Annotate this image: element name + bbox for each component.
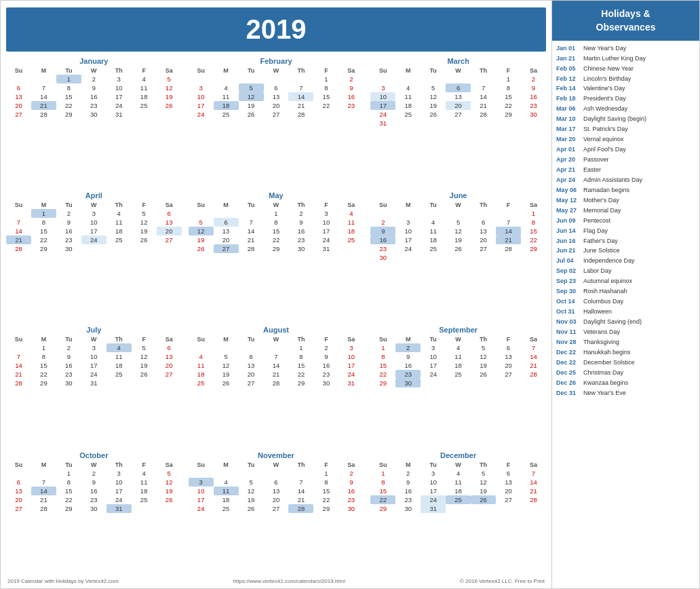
calendar-day: 4 bbox=[421, 218, 446, 227]
calendar-day bbox=[496, 504, 521, 513]
calendar-day: 26 bbox=[157, 101, 182, 110]
day-header: Su bbox=[370, 461, 395, 469]
holiday-item: Dec 26Kwanzaa begins bbox=[556, 378, 695, 388]
day-header: Tu bbox=[421, 335, 446, 343]
calendar-day: 14 bbox=[521, 352, 546, 361]
footer-bar: 2019 Calendar with Holidays by Vertex42.… bbox=[6, 575, 546, 586]
holiday-date: Jun 09 bbox=[556, 216, 581, 226]
holiday-name: Flag Day bbox=[583, 227, 608, 236]
day-header: Sa bbox=[521, 201, 546, 209]
holiday-name: Pentecost bbox=[583, 216, 610, 226]
day-header: Tu bbox=[56, 461, 81, 469]
day-header: Sa bbox=[157, 461, 182, 469]
calendar-day: 9 bbox=[56, 352, 81, 361]
holiday-name: Christmas Day bbox=[583, 368, 623, 378]
months-grid: JanuarySuMTuWThFSa1234567891011121314151… bbox=[6, 57, 546, 573]
calendar-day: 10 bbox=[106, 83, 132, 92]
month-name: December bbox=[370, 451, 546, 459]
calendar-day: 24 bbox=[106, 101, 132, 110]
calendar-day: 27 bbox=[496, 370, 521, 379]
holiday-date: Nov 28 bbox=[556, 338, 581, 347]
holiday-date: Dec 31 bbox=[556, 389, 581, 398]
calendar-day bbox=[214, 209, 239, 218]
day-header: Th bbox=[288, 66, 313, 75]
calendar-day: 22 bbox=[56, 495, 81, 504]
calendar-day: 5 bbox=[421, 83, 446, 92]
month-june: JuneSuMTuWThFSa1234567891011121314151617… bbox=[370, 191, 546, 322]
holiday-item: Nov 11Veterans Day bbox=[556, 327, 695, 337]
calendar-day: 3 bbox=[106, 469, 132, 478]
holiday-date: Mar 17 bbox=[556, 125, 581, 134]
calendar-day: 20 bbox=[6, 495, 31, 504]
month-name: February bbox=[189, 57, 364, 65]
day-header: Tu bbox=[239, 66, 264, 75]
calendar-day: 24 bbox=[338, 370, 364, 379]
calendar-day: 6 bbox=[6, 83, 31, 92]
calendar-day: 29 bbox=[370, 504, 395, 513]
calendar-day: 6 bbox=[157, 343, 182, 352]
month-name: May bbox=[189, 191, 364, 200]
calendar-day: 24 bbox=[313, 235, 338, 244]
calendar-day: 11 bbox=[132, 478, 157, 487]
month-name: November bbox=[189, 451, 364, 459]
day-header: Tu bbox=[421, 201, 446, 209]
day-header: Tu bbox=[56, 201, 81, 209]
day-header: Sa bbox=[338, 201, 364, 209]
calendar-day: 17 bbox=[81, 361, 106, 370]
calendar-day: 21 bbox=[521, 487, 546, 495]
holiday-date: Feb 14 bbox=[556, 84, 581, 94]
calendar-day: 12 bbox=[132, 218, 157, 227]
holiday-item: Mar 10Daylight Saving (begin) bbox=[556, 115, 695, 125]
holidays-header: Holidays &Observances bbox=[552, 1, 699, 41]
holiday-name: June Solstice bbox=[583, 246, 620, 256]
holiday-name: Passover bbox=[583, 155, 609, 165]
calendar-day: 10 bbox=[106, 478, 132, 487]
calendar-day: 14 bbox=[31, 487, 56, 495]
calendar-day: 12 bbox=[471, 478, 496, 487]
calendar-day: 23 bbox=[395, 495, 421, 504]
calendar-day: 14 bbox=[6, 361, 31, 370]
day-header: F bbox=[132, 201, 157, 209]
day-header: Tu bbox=[421, 66, 446, 75]
calendar-day: 13 bbox=[6, 487, 31, 495]
calendar-day: 6 bbox=[264, 478, 289, 487]
calendar-day: 12 bbox=[132, 352, 157, 361]
month-table: SuMTuWThFSa12345678910111213141516171819… bbox=[189, 66, 364, 119]
calendar-day: 30 bbox=[521, 110, 546, 119]
calendar-day: 15 bbox=[313, 487, 338, 495]
calendar-day: 8 bbox=[370, 478, 395, 487]
calendar-day: 29 bbox=[313, 504, 338, 513]
calendar-day: 7 bbox=[288, 83, 313, 92]
holiday-date: Apr 20 bbox=[556, 155, 581, 165]
calendar-day: 14 bbox=[239, 227, 264, 235]
holiday-name: April Fool's Day bbox=[583, 145, 626, 155]
calendar-day: 17 bbox=[81, 227, 106, 235]
calendar-day: 27 bbox=[264, 110, 289, 119]
calendar-day: 11 bbox=[395, 92, 421, 101]
calendar-day: 7 bbox=[264, 352, 289, 361]
calendar-day: 3 bbox=[81, 209, 106, 218]
calendar-day: 28 bbox=[288, 504, 313, 513]
calendar-day bbox=[446, 209, 471, 218]
calendar-day bbox=[421, 379, 446, 387]
calendar-day: 28 bbox=[521, 370, 546, 379]
calendar-day bbox=[471, 253, 496, 262]
calendar-day: 16 bbox=[56, 361, 81, 370]
month-january: JanuarySuMTuWThFSa1234567891011121314151… bbox=[6, 57, 182, 187]
calendar-day bbox=[6, 343, 31, 352]
calendar-day: 22 bbox=[370, 370, 395, 379]
holiday-name: Valentine's Day bbox=[583, 84, 625, 94]
calendar-day: 4 bbox=[214, 478, 239, 487]
holidays-section: Holidays &Observances Jan 01New Year's D… bbox=[551, 1, 699, 588]
day-header: M bbox=[31, 461, 56, 469]
holiday-name: Vernal equinox bbox=[583, 135, 624, 145]
calendar-day: 6 bbox=[446, 83, 471, 92]
calendar-day: 22 bbox=[264, 235, 289, 244]
holiday-item: Apr 24Admin Assistants Day bbox=[556, 175, 695, 185]
holiday-name: Daylight Saving (begin) bbox=[583, 115, 646, 124]
calendar-day: 14 bbox=[288, 92, 313, 101]
day-header: F bbox=[132, 335, 157, 343]
month-march: MarchSuMTuWThFSa123456789101112131415161… bbox=[370, 57, 546, 187]
holiday-item: Mar 20Vernal equinox bbox=[556, 135, 695, 145]
calendar-day: 18 bbox=[132, 92, 157, 101]
